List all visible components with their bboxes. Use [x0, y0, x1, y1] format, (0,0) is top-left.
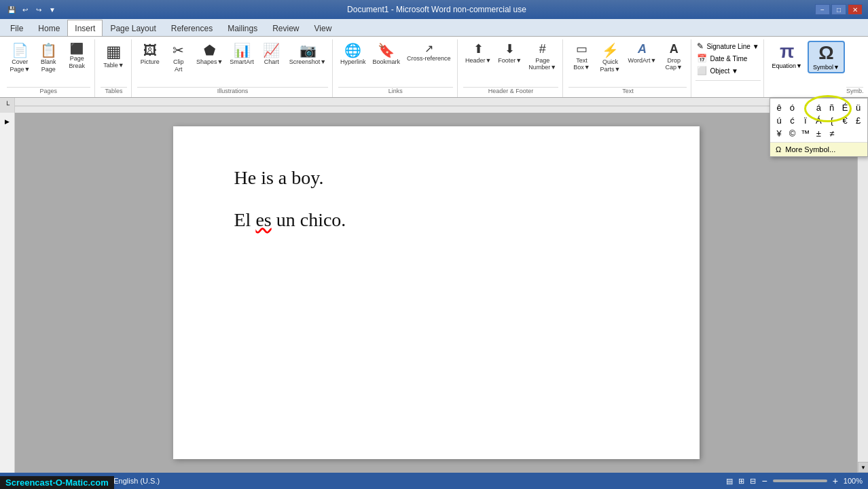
clip-art-button[interactable]: ✂ ClipArt	[165, 41, 192, 75]
customize-button[interactable]: ▼	[46, 3, 58, 16]
bookmark-button[interactable]: 🔖 Bookmark	[369, 41, 403, 67]
paragraph-1[interactable]: He is a boy.	[234, 167, 645, 189]
left-sidebar: ▶	[0, 113, 15, 473]
ribbon-group-links: 🌐 Hyperlink 🔖 Bookmark ↗ Cross-reference…	[334, 39, 458, 97]
scroll-track[interactable]	[858, 124, 868, 462]
object-button[interactable]: ⬜ Object ▼	[695, 65, 760, 76]
sym-pound[interactable]: £	[852, 114, 865, 126]
sym-a-cap-accent[interactable]: Á	[812, 114, 825, 126]
sym-i-accent[interactable]: í	[799, 101, 812, 113]
sym-c-cedilla[interactable]: ć	[786, 114, 798, 126]
status-right: ▤ ⊞ ⊟ − + 100%	[726, 475, 863, 486]
footer-icon: ⬇	[505, 42, 515, 57]
zoom-out-button[interactable]: −	[761, 475, 767, 486]
sym-trademark[interactable]: ™	[799, 127, 812, 139]
sym-e-accent[interactable]: ê	[773, 101, 785, 113]
minimize-button[interactable]: −	[815, 4, 830, 15]
picture-button[interactable]: 🖼 Picture	[137, 41, 164, 67]
shapes-button[interactable]: ⬟ Shapes▼	[194, 41, 225, 67]
more-symbols-button[interactable]: Ω More Symbol...	[770, 142, 867, 156]
tab-review[interactable]: Review	[265, 20, 306, 36]
sym-euro[interactable]: €	[839, 114, 851, 126]
screencast-watermark: Screencast-O-Matic.com	[0, 476, 114, 489]
tab-mailings[interactable]: Mailings	[220, 20, 265, 36]
cross-reference-icon: ↗	[424, 42, 433, 55]
sym-notequal[interactable]: ≠	[826, 127, 838, 139]
screenshot-button[interactable]: 📷 Screenshot▼	[287, 41, 329, 67]
text-box-icon: ▭	[576, 42, 587, 57]
undo-button[interactable]: ↩	[19, 3, 31, 16]
ribbon-group-header-footer: ⬆ Header▼ ⬇ Footer▼ # PageNumber▼ Header…	[459, 39, 564, 97]
paragraph-2[interactable]: El es un chico.	[234, 209, 645, 231]
cover-page-button[interactable]: 📄 CoverPage▼	[6, 41, 33, 75]
blank-page-button[interactable]: 📋 BlankPage	[35, 41, 62, 75]
tab-references[interactable]: References	[164, 20, 220, 36]
expand-sidebar-button[interactable]: ▶	[0, 118, 14, 125]
illustrations-group-label: Illustrations	[137, 87, 327, 96]
sym-lbrace[interactable]: {	[826, 114, 838, 126]
table-button[interactable]: ▦ Table▼	[101, 41, 128, 71]
window-title: Document1 - Microsoft Word non-commercia…	[58, 5, 815, 14]
tab-insert[interactable]: Insert	[67, 20, 103, 36]
sym-u-umlaut[interactable]: ü	[852, 101, 865, 113]
cross-reference-button[interactable]: ↗ Cross-reference	[404, 41, 454, 64]
equation-button[interactable]: π Equation▼	[768, 41, 806, 71]
document-page[interactable]: He is a boy. El es un chico.	[173, 126, 700, 459]
smartart-button[interactable]: 📊 SmartArt	[227, 41, 257, 67]
view-print-icon[interactable]: ▤	[726, 477, 733, 486]
chart-button[interactable]: 📈 Chart	[258, 41, 285, 67]
sym-o-accent[interactable]: ó	[786, 101, 798, 113]
sym-a-accent[interactable]: á	[812, 101, 825, 113]
sym-copyright[interactable]: ©	[786, 127, 798, 139]
tab-selector[interactable]: └	[0, 98, 15, 113]
sym-e-cap-accent[interactable]: É	[839, 101, 851, 113]
scroll-down-button[interactable]: ▼	[858, 462, 868, 473]
zoom-slider[interactable]	[773, 479, 827, 482]
signature-line-button[interactable]: ✎ Signature Line ▼	[695, 41, 760, 52]
quick-access-toolbar[interactable]: 💾 ↩ ↪ ▼	[5, 3, 58, 16]
view-web-icon[interactable]: ⊟	[750, 477, 756, 486]
close-button[interactable]: ✕	[848, 4, 863, 15]
sym-i-umlaut[interactable]: ï	[799, 114, 812, 126]
bookmark-label: Bookmark	[372, 58, 400, 66]
tables-buttons: ▦ Table▼	[101, 41, 128, 87]
quick-parts-button[interactable]: ⚡ QuickParts▼	[597, 41, 624, 75]
wordart-label: WordArt▼	[628, 57, 657, 65]
svg-rect-0	[15, 98, 868, 113]
blank-page-icon: 📋	[40, 42, 57, 58]
page-break-button[interactable]: ⬛ PageBreak	[63, 41, 90, 71]
save-button[interactable]: 💾	[5, 3, 18, 16]
text-box-button[interactable]: ▭ TextBox▼	[568, 41, 596, 73]
maximize-button[interactable]: □	[831, 4, 846, 15]
tab-view[interactable]: View	[307, 20, 340, 36]
table-icon: ▦	[106, 42, 122, 62]
view-fullscreen-icon[interactable]: ⊞	[738, 477, 744, 486]
zoom-level[interactable]: 100%	[844, 477, 863, 485]
tab-home[interactable]: Home	[31, 20, 67, 36]
window-controls[interactable]: − □ ✕	[815, 4, 863, 15]
header-footer-buttons: ⬆ Header▼ ⬇ Footer▼ # PageNumber▼	[463, 41, 559, 87]
document-area[interactable]: He is a boy. El es un chico.	[15, 113, 857, 473]
date-time-button[interactable]: 📅 Date & Time	[695, 53, 760, 64]
wordart-icon: A	[638, 42, 647, 57]
sym-n-tilde[interactable]: ñ	[826, 101, 838, 113]
symbol-label: Symbol▼	[813, 64, 839, 71]
clip-art-label: ClipArt	[173, 58, 184, 73]
sym-yen[interactable]: ¥	[773, 127, 785, 139]
hyperlink-button[interactable]: 🌐 Hyperlink	[338, 41, 369, 67]
drop-cap-button[interactable]: A DropCap▼	[660, 41, 687, 73]
redo-button[interactable]: ↪	[33, 3, 45, 16]
symbol-icon: Ω	[818, 43, 833, 62]
symbol-button[interactable]: Ω Symbol▼	[808, 41, 845, 73]
sym-u-accent[interactable]: ú	[773, 114, 785, 126]
page-number-button[interactable]: # PageNumber▼	[526, 41, 559, 73]
header-button[interactable]: ⬆ Header▼	[463, 41, 494, 65]
language-label[interactable]: English (U.S.)	[113, 477, 160, 485]
vertical-scrollbar[interactable]: ▲ ▼	[857, 113, 868, 473]
wordart-button[interactable]: A WordArt▼	[626, 41, 659, 65]
sym-plusminus[interactable]: ±	[812, 127, 825, 139]
tab-page-layout[interactable]: Page Layout	[103, 20, 163, 36]
footer-button[interactable]: ⬇ Footer▼	[495, 41, 524, 65]
zoom-in-button[interactable]: +	[833, 475, 838, 486]
tab-file[interactable]: File	[3, 20, 31, 36]
